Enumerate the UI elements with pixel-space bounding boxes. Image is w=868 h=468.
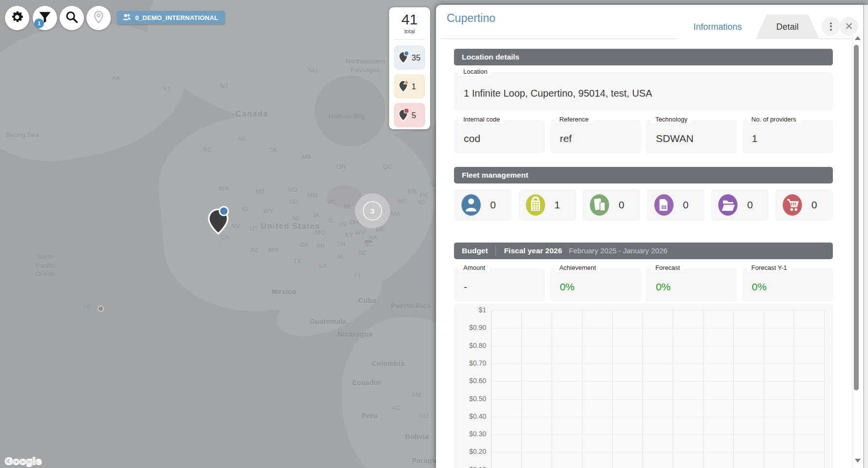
kebab-menu-icon — [830, 21, 832, 32]
chart-ytick-label: $0.20 — [454, 448, 486, 455]
chart-gridline-v — [794, 310, 794, 468]
marker-counter-card: 41 total 35 1 5 — [389, 7, 430, 129]
pin-icon — [397, 108, 410, 122]
fleet-tile-user[interactable]: 0 — [454, 189, 512, 221]
total-count: 41 — [389, 11, 430, 28]
more-options-button[interactable] — [822, 17, 840, 36]
chart-plot-area — [491, 310, 824, 468]
scrollbar-down-arrow[interactable] — [855, 459, 861, 463]
scrollbar-thumb[interactable] — [854, 45, 859, 390]
landmass-us — [153, 101, 443, 319]
counter-row-count: 35 — [412, 53, 420, 62]
details-panel: Cupertino Informations Detail ✕ Location… — [436, 5, 868, 468]
map-dash-marker — [365, 240, 372, 243]
map-cluster-marker[interactable]: 3 — [363, 201, 382, 221]
chart-gridline-h — [491, 310, 824, 311]
fleet-count: 0 — [683, 199, 689, 211]
chart-gridline-v — [673, 310, 673, 468]
scrollbar-up-arrow[interactable] — [855, 36, 861, 40]
fiscal-period-label: February 2025 - January 2026 — [569, 243, 667, 259]
chart-gridline-h — [491, 399, 824, 400]
counter-row-circle[interactable]: 35 — [394, 45, 425, 70]
users-icon — [122, 13, 131, 22]
field-forecast-y-1: Forecast Y-10% — [742, 264, 833, 302]
field-value: 0% — [560, 281, 575, 293]
field-forecast: Forecast0% — [646, 264, 737, 302]
field-value: 1 Infinite Loop, Cupertino, 95014, test,… — [464, 88, 652, 99]
search-button[interactable] — [60, 6, 84, 30]
field-label: Reference — [555, 115, 593, 123]
search-icon — [65, 10, 79, 26]
fiscal-year-label: Fiscal year 2026 — [504, 243, 562, 259]
chart-gridline-v — [733, 310, 734, 468]
field-no-of-providers: No. of providers1 — [742, 115, 833, 153]
chart-gridline-h — [491, 346, 824, 346]
filter-count-badge: 1 — [34, 19, 44, 28]
field-value: SDWAN — [656, 133, 693, 144]
fleet-tile-phone[interactable]: 1 — [518, 189, 576, 221]
google-logo: Google — [5, 455, 41, 467]
chart-ytick-label: $0.90 — [454, 324, 486, 331]
field-label: No. of providers — [747, 115, 801, 123]
chart-gridline-v — [552, 310, 552, 468]
gear-icon — [10, 10, 24, 26]
fleet-count: 0 — [811, 199, 817, 211]
field-label: Technology — [651, 115, 692, 123]
hudson-bay-water — [315, 76, 386, 146]
field-label: Internal code — [459, 115, 504, 123]
chart-gridline-h — [491, 417, 824, 417]
settings-button[interactable] — [5, 6, 29, 30]
counter-row-square[interactable]: 5 — [394, 103, 425, 127]
fleet-count: 0 — [619, 199, 624, 211]
divider — [394, 39, 425, 40]
field-label: Location — [459, 67, 492, 76]
field-value: ref — [560, 133, 572, 144]
account-badge[interactable]: 0_DEMO_INTERNATIONAL — [117, 11, 225, 24]
app-screen: Bering SeaNorth Pacific OceanHudson BayN… — [0, 0, 868, 468]
fleet-count: 1 — [555, 199, 560, 211]
chart-gridline-v — [521, 310, 522, 468]
field-label: Achievement — [555, 264, 600, 272]
budget-chart: $1$0.90$0.80$0.70$0.60$0.50$0.40$0.30$0.… — [454, 304, 833, 468]
chart-gridline-v — [642, 310, 643, 468]
location-field: Location 1 Infinite Loop, Cupertino, 950… — [454, 67, 833, 110]
pin-icon — [397, 50, 410, 65]
divider — [496, 246, 496, 256]
field-box — [454, 268, 545, 302]
chart-gridline-v — [612, 310, 613, 468]
phone-icon — [525, 193, 546, 217]
tab-informations[interactable]: Informations — [676, 15, 759, 39]
fleet-tile-devices[interactable]: 0 — [582, 189, 640, 221]
section-header-fleet-management: Fleet management — [454, 167, 833, 183]
locate-button[interactable] — [86, 6, 111, 30]
chart-ytick-label: $0.40 — [454, 412, 486, 420]
field-label: Forecast — [651, 264, 684, 272]
chart-ytick-label: $1 — [454, 306, 486, 314]
page-title: Cupertino — [447, 12, 496, 25]
chart-ytick-label: $0.80 — [454, 342, 486, 349]
fleet-tile-folder[interactable]: 0 — [711, 189, 768, 221]
fleet-tile-cart[interactable]: 0 — [775, 189, 833, 221]
field-label: Amount — [459, 264, 490, 272]
tab-detail[interactable]: Detail — [756, 15, 819, 39]
chart-gridline-h — [491, 364, 824, 364]
chart-gridline-v — [703, 310, 703, 468]
location-pin-icon — [92, 10, 105, 26]
chart-ytick-label: $0.70 — [454, 359, 486, 367]
user-icon — [460, 193, 482, 217]
field-value: 0% — [656, 281, 670, 293]
field-value: - — [464, 281, 467, 293]
map-dot-marker[interactable] — [98, 305, 104, 312]
folder-icon — [717, 193, 739, 217]
field-amount: Amount- — [454, 264, 545, 302]
chart-ytick-label: $0.10 — [454, 466, 486, 468]
chart-ytick-label: $0.50 — [454, 395, 486, 403]
counter-row-triangle[interactable]: 1 — [394, 74, 425, 99]
chart-ytick-label: $0.30 — [454, 430, 486, 438]
field-value: cod — [464, 133, 480, 144]
map-label: North Pacific Ocean — [36, 253, 55, 279]
counter-row-count: 5 — [412, 111, 416, 120]
section-header-location-details: Location details — [454, 49, 833, 65]
fleet-tile-sim[interactable]: 0 — [647, 189, 704, 221]
field-label: Forecast Y-1 — [747, 264, 791, 272]
